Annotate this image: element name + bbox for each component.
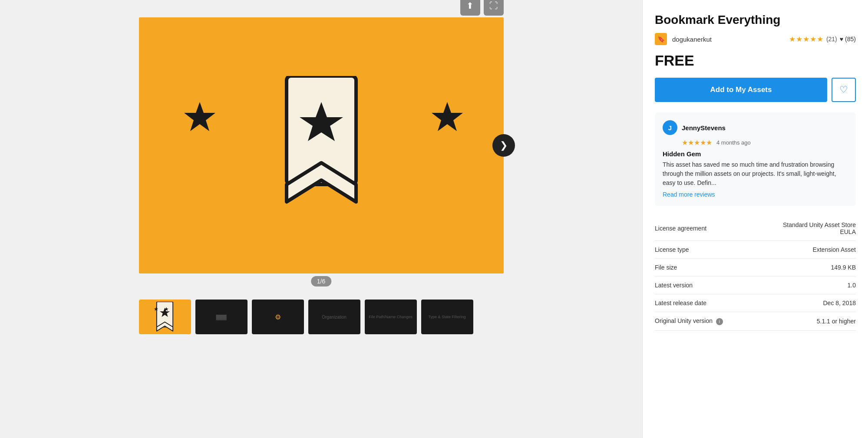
fullscreen-button[interactable]: ⛶ [484,0,504,16]
license-type-row: License type Extension Asset [655,241,856,259]
author-row: 🔖 dogukanerkut ★★★★★ (21) ♥ (85) [655,33,856,45]
wishlist-button[interactable]: ♡ [832,78,856,102]
svg-marker-4 [432,102,463,131]
license-row: License agreement Standard Unity Asset S… [655,216,856,241]
unity-version-row: Original Unity version i 5.1.1 or higher [655,312,856,331]
heart-count: ♥ (85) [840,36,856,43]
rating-section: ★★★★★ (21) ♥ (85) [789,35,856,44]
reviewer-name: JennyStevens [682,124,726,132]
latest-version-label: Latest version [655,277,766,294]
price-label: FREE [655,52,856,69]
thumb-bookmark-icon [153,302,177,332]
release-date-value: Dec 8, 2018 [766,294,856,312]
review-time: 4 months ago [716,139,751,146]
cta-row: Add to My Assets ♡ [655,78,856,102]
file-size-value: 149.9 KB [766,259,856,277]
review-stars: ★★★★★ [682,138,712,147]
thumbnail-3[interactable]: ⚙ [252,300,304,334]
reviewer-row: J JennyStevens [663,120,848,135]
info-icon[interactable]: i [716,318,723,325]
license-label: License agreement [655,216,766,241]
image-counter: 1/6 [311,276,331,287]
next-image-button[interactable]: ❯ [492,134,515,157]
review-text: This asset has saved me so much time and… [663,160,848,188]
main-image-container: ⬆ ⛶ ❯ 1/6 [139,17,504,273]
image-toolbar: ⬆ ⛶ [460,0,504,16]
thumbnail-4[interactable]: Organization [308,300,360,334]
star-decoration-left [182,100,217,135]
read-more-reviews-link[interactable]: Read more reviews [663,191,848,198]
bookmark-icon [278,76,365,206]
review-title: Hidden Gem [663,150,848,158]
thumbnail-1[interactable] [139,300,191,334]
thumbnail-2[interactable]: ▓▓▓ [195,300,248,334]
thumbnail-strip: ▓▓▓ ⚙ Organization File Path/Name Change… [139,300,504,334]
heart-icon: ♥ [840,36,843,43]
thumbnail-6[interactable]: Type & State Filtering [421,300,473,334]
latest-version-row: Latest version 1.0 [655,277,856,294]
license-value[interactable]: Standard Unity Asset Store EULA [766,216,856,241]
star-decoration-right [430,100,465,135]
share-button[interactable]: ⬆ [460,0,480,16]
file-size-row: File size 149.9 KB [655,259,856,277]
release-date-row: Latest release date Dec 8, 2018 [655,294,856,312]
asset-title: Bookmark Everything [655,13,856,27]
review-meta: ★★★★★ 4 months ago [663,138,848,147]
add-to-assets-button[interactable]: Add to My Assets [655,78,827,102]
file-size-label: File size [655,259,766,277]
release-date-label: Latest release date [655,294,766,312]
unity-version-value: 5.1.1 or higher [766,312,856,331]
author-name[interactable]: dogukanerkut [672,36,712,43]
left-panel: ⬆ ⛶ ❯ 1/6 [0,0,642,438]
rating-count: (21) [826,36,837,43]
license-type-value[interactable]: Extension Asset [766,241,856,259]
right-panel: Bookmark Everything 🔖 dogukanerkut ★★★★★… [642,0,868,438]
svg-marker-0 [184,102,215,131]
review-section: J JennyStevens ★★★★★ 4 months ago Hidden… [655,112,856,206]
main-image [139,17,504,273]
unity-version-label: Original Unity version i [655,312,766,331]
license-type-label: License type [655,241,766,259]
thumbnail-5[interactable]: File Path/Name Changes [365,300,417,334]
details-table: License agreement Standard Unity Asset S… [655,216,856,331]
rating-stars: ★★★★★ [789,35,824,44]
latest-version-value: 1.0 [766,277,856,294]
author-icon: 🔖 [655,33,667,45]
reviewer-avatar: J [663,120,677,135]
